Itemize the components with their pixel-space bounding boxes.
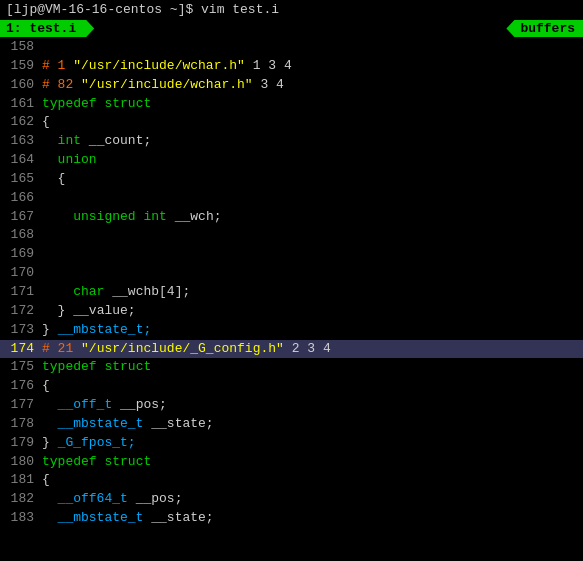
line-number: 172 (0, 302, 38, 321)
code-line: 182 __off64_t __pos; (0, 490, 583, 509)
code-line: 172 } __value; (0, 302, 583, 321)
line-number: 182 (0, 490, 38, 509)
line-content: typedef struct (38, 358, 151, 377)
line-number: 171 (0, 283, 38, 302)
vim-tab-bar: 1: test.i buffers (0, 19, 583, 38)
line-number: 164 (0, 151, 38, 170)
line-content: } __value; (38, 302, 136, 321)
line-number: 161 (0, 95, 38, 114)
line-number: 177 (0, 396, 38, 415)
line-number: 159 (0, 57, 38, 76)
line-content: } __mbstate_t; (38, 321, 151, 340)
line-content: __off64_t __pos; (38, 490, 182, 509)
code-line: 171 char __wchb[4]; (0, 283, 583, 302)
line-number: 179 (0, 434, 38, 453)
code-area: 158159# 1 "/usr/include/wchar.h" 1 3 416… (0, 38, 583, 561)
code-line: 179} _G_fpos_t; (0, 434, 583, 453)
line-number: 160 (0, 76, 38, 95)
line-content: unsigned int __wch; (38, 208, 221, 227)
terminal-title: [ljp@VM-16-16-centos ~]$ vim test.i (6, 2, 279, 17)
line-number: 173 (0, 321, 38, 340)
code-line: 163 int __count; (0, 132, 583, 151)
code-line: 169 (0, 245, 583, 264)
line-number: 166 (0, 189, 38, 208)
line-number: 176 (0, 377, 38, 396)
line-content: __off_t __pos; (38, 396, 167, 415)
line-number: 169 (0, 245, 38, 264)
line-number: 174 (0, 340, 38, 359)
vim-editor[interactable]: 1: test.i buffers 158159# 1 "/usr/includ… (0, 19, 583, 561)
code-line: 183 __mbstate_t __state; (0, 509, 583, 528)
code-line: 178 __mbstate_t __state; (0, 415, 583, 434)
line-number: 183 (0, 509, 38, 528)
code-line: 174# 21 "/usr/include/_G_config.h" 2 3 4 (0, 340, 583, 359)
line-content: # 82 "/usr/include/wchar.h" 3 4 (38, 76, 284, 95)
line-content: # 21 "/usr/include/_G_config.h" 2 3 4 (38, 340, 331, 359)
code-line: 164 union (0, 151, 583, 170)
code-line: 168 (0, 226, 583, 245)
code-line: 159# 1 "/usr/include/wchar.h" 1 3 4 (0, 57, 583, 76)
line-number: 158 (0, 38, 38, 57)
line-number: 178 (0, 415, 38, 434)
code-line: 173} __mbstate_t; (0, 321, 583, 340)
code-line: 162{ (0, 113, 583, 132)
line-content: # 1 "/usr/include/wchar.h" 1 3 4 (38, 57, 292, 76)
line-content: { (38, 113, 50, 132)
line-number: 175 (0, 358, 38, 377)
line-number: 170 (0, 264, 38, 283)
line-content: __mbstate_t __state; (38, 415, 214, 434)
line-number: 162 (0, 113, 38, 132)
active-tab[interactable]: 1: test.i (0, 20, 94, 37)
line-number: 163 (0, 132, 38, 151)
line-content: char __wchb[4]; (38, 283, 190, 302)
code-line: 165 { (0, 170, 583, 189)
code-line: 161typedef struct (0, 95, 583, 114)
line-number: 180 (0, 453, 38, 472)
code-line: 180typedef struct (0, 453, 583, 472)
code-line: 176{ (0, 377, 583, 396)
code-line: 175typedef struct (0, 358, 583, 377)
line-content: { (38, 377, 50, 396)
line-content: } _G_fpos_t; (38, 434, 136, 453)
line-number: 168 (0, 226, 38, 245)
line-content: typedef struct (38, 453, 151, 472)
line-number: 165 (0, 170, 38, 189)
code-line: 177 __off_t __pos; (0, 396, 583, 415)
line-content: __mbstate_t __state; (38, 509, 214, 528)
line-content: int __count; (38, 132, 151, 151)
code-line: 181{ (0, 471, 583, 490)
code-line: 158 (0, 38, 583, 57)
buffers-button[interactable]: buffers (506, 20, 583, 37)
line-content: { (38, 170, 65, 189)
terminal-window: [ljp@VM-16-16-centos ~]$ vim test.i 1: t… (0, 0, 583, 561)
line-content: { (38, 471, 50, 490)
code-line: 167 unsigned int __wch; (0, 208, 583, 227)
code-line: 170 (0, 264, 583, 283)
code-line: 166 (0, 189, 583, 208)
terminal-title-bar: [ljp@VM-16-16-centos ~]$ vim test.i (0, 0, 583, 19)
code-line: 160# 82 "/usr/include/wchar.h" 3 4 (0, 76, 583, 95)
line-number: 167 (0, 208, 38, 227)
line-number: 181 (0, 471, 38, 490)
line-content: typedef struct (38, 95, 151, 114)
line-content: union (38, 151, 97, 170)
